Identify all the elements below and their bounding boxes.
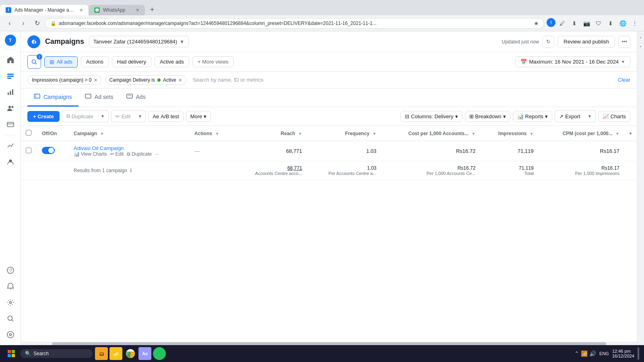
all-ads-button[interactable]: ⊞ All ads [44,56,78,68]
address-bar[interactable]: 🔒 adsmanager.facebook.com/adsmanager/man… [45,18,544,29]
header-more-button[interactable]: ••• [618,36,630,48]
clock-time: 12:46 pm [612,349,634,354]
account-selector[interactable]: Tanveer Zafar (1244659480129684) ▼ [89,36,189,47]
start-button[interactable] [5,347,18,360]
charts-button[interactable]: 📈 Charts [598,111,630,122]
taskbar: 🔍 Search 🗂 📁 Ae ⌃ 📶 🔊 ENG [0,345,644,362]
sidebar-notifications-icon[interactable] [3,279,18,294]
cpm-header[interactable]: CPM (cost per 1,000... ▼ [539,126,624,141]
extension-icon1[interactable]: 🖊 [557,18,568,29]
export-button[interactable]: ↗ Export [555,110,584,122]
actions-header[interactable]: Actions ▼ [190,126,234,141]
reports-button[interactable]: 📊 Reports ▾ [513,111,553,122]
edit-row-action[interactable]: ✏ Edit [110,151,124,157]
review-publish-button[interactable]: Review and publish [557,36,615,47]
impressions-header[interactable]: Impressions ▼ [480,126,538,141]
taskbar-search[interactable]: 🔍 Search [20,349,93,358]
reload-button[interactable]: ↻ [31,18,43,29]
back-button[interactable]: ‹ [4,18,15,29]
actions-filter-button[interactable]: Actions [81,56,109,67]
volume-icon[interactable]: 🔊 [589,350,596,357]
search-filter-button[interactable]: 2 [27,55,41,69]
campaign-header[interactable]: Campaign ▼ [69,126,190,141]
tab-campaigns[interactable]: Campaigns [27,88,78,107]
export-arrow-button[interactable]: ▾ [584,110,596,122]
frequency-header[interactable]: Frequency ▼ [307,126,382,141]
view-charts-action[interactable]: 📊 View Charts [74,151,107,157]
extension-icon6[interactable]: 🌐 [617,18,628,29]
extension-icon4[interactable]: 🛡 [593,18,604,29]
taskbar-active-icon[interactable] [153,347,166,360]
extension-icon2[interactable]: ⬇ [569,18,580,29]
results-frequency-value: 1.03 [312,165,377,171]
campaign-toggle[interactable] [42,147,55,154]
whatsapp-tab[interactable]: 💬 WhatsApp × [89,5,145,15]
create-button[interactable]: + Create [27,111,60,122]
taskbar-files-icon[interactable]: 📁 [109,347,122,360]
more-options-button[interactable]: ⋮ [630,18,640,29]
breakdown-button[interactable]: ⊞ Breakdown ▾ [465,111,510,122]
active-ads-button[interactable]: Active ads [155,56,189,67]
chevron-up-icon[interactable]: ⌃ [574,350,579,357]
expand-col-header: + [624,126,637,141]
user-avatar[interactable]: T [5,35,16,46]
duplicate-button[interactable]: ⧉ Duplicate [62,110,97,122]
more-button[interactable]: More ▾ [186,111,211,122]
new-tab-button[interactable]: + [147,4,158,15]
forward-button[interactable]: › [18,18,29,29]
columns-button[interactable]: ⊟ Columns: Delivery ▾ [400,111,462,122]
edit-btn-group: ✏ Edit ▾ [111,110,146,122]
sidebar-settings-icon[interactable] [3,295,18,310]
search-input-placeholder[interactable]: Search by name, ID or metrics [190,77,615,83]
sidebar-growth-icon[interactable] [3,138,18,153]
sidebar-chart-icon[interactable] [3,85,18,99]
sidebar-settings2-icon[interactable] [3,327,18,342]
more-label: More [190,113,202,119]
taskbar-chrome-icon[interactable] [124,347,137,360]
profile-icon[interactable]: f [547,18,555,27]
extension-icon3[interactable]: 📷 [581,18,592,29]
duplicate-label: Duplicate [72,113,93,119]
tab-ads[interactable]: Ads [120,88,152,107]
active-status-dot [157,78,161,82]
sidebar-people-icon[interactable] [3,101,18,115]
taskbar-explorer-icon[interactable]: 🗂 [95,347,108,360]
cost-per-1000-header[interactable]: Cost per 1,000 Accounts... ▼ [381,126,480,141]
had-delivery-button[interactable]: Had delivery [112,56,151,67]
sidebar-search-icon[interactable] [3,311,18,326]
tab1-close[interactable]: × [80,7,83,13]
filter-bar: 2 ⊞ All ads Actions Had delivery Active … [21,52,637,72]
date-range-button[interactable]: 📅 Maximum: 16 Nov 2021 - 16 Dec 2024 ▼ [515,56,630,67]
impressions-chip-close[interactable]: × [94,77,97,83]
edit-arrow-button[interactable]: ▾ [134,110,146,122]
ab-test-button[interactable]: Ae A/B test [148,111,183,122]
select-all-checkbox[interactable] [26,130,31,136]
more-views-button[interactable]: + More views [192,56,234,67]
sidebar-home-icon[interactable] [3,53,18,67]
refresh-button[interactable]: ↻ [542,36,554,48]
reach-header[interactable]: Reach ▼ [234,126,307,141]
row-checkbox[interactable] [26,148,31,153]
more-row-action[interactable]: ··· [155,151,159,157]
network-icon[interactable]: 📶 [581,350,588,357]
active-tab[interactable]: f Ads Manager - Manage ads - C × [0,5,89,15]
taskbar-ae-icon[interactable]: Ae [138,347,151,360]
clear-filters-button[interactable]: Clear [618,77,630,83]
sidebar-billing-icon[interactable] [3,117,18,132]
edit-button[interactable]: ✏ Edit [111,110,134,122]
duplicate-arrow-button[interactable]: ▾ [97,110,109,122]
delivery-chip-close[interactable]: × [179,77,182,83]
tab2-close[interactable]: × [136,7,139,13]
tab-ad-sets[interactable]: Ad sets [78,88,120,107]
campaign-name-link[interactable]: Adivasi Oil Campaign [74,145,124,151]
sidebar-ads-icon[interactable] [3,69,18,83]
duplicate-row-action[interactable]: ⧉ Duplicate [127,151,152,157]
view-charts-icon: 📊 [74,151,80,157]
sidebar-help-icon[interactable]: ? [3,263,18,278]
horizontal-scrollbar[interactable] [21,342,637,345]
results-impressions-value: 71,119 [485,165,533,171]
extension-icon5[interactable]: ⬇ [605,18,616,29]
sidebar-audience-icon[interactable] [3,154,18,169]
show-desktop-icon[interactable] [638,348,639,360]
create-label: + Create [33,113,54,119]
